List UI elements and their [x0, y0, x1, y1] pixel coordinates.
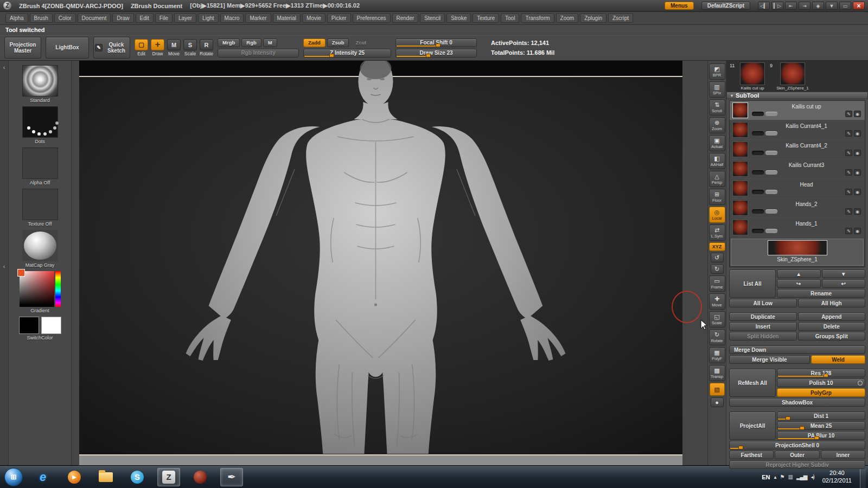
pa-blur-slider[interactable]: PA Blur 10 — [777, 431, 865, 440]
subtool-row[interactable]: Hands_2 ✎ ◉ — [730, 198, 865, 218]
polypaint-toggle[interactable] — [765, 131, 777, 136]
polypaint-toggle[interactable] — [765, 112, 777, 116]
sculpt-brush-icon[interactable]: ✎ — [845, 111, 852, 117]
subtool-header[interactable]: ▾ SubTool — [726, 92, 868, 99]
eye-icon[interactable]: ◉ — [854, 169, 861, 176]
subtool-row[interactable]: Kailis Currant4_2 ✎ ◉ — [730, 140, 865, 159]
alpha-selector[interactable]: Alpha Off — [22, 147, 58, 185]
menu-item[interactable]: Texture — [473, 14, 499, 23]
frame-button[interactable]: ▭ Frame — [709, 275, 725, 292]
flag-icon[interactable]: ⚑ — [780, 474, 784, 480]
zbrush-app[interactable]: Z — [157, 468, 180, 486]
scale-view-button[interactable]: ◱ Scale — [709, 311, 725, 328]
draw-size-slider[interactable]: Draw Size 23 — [395, 49, 477, 57]
move-button[interactable]: M Move — [167, 39, 181, 56]
subtool-row[interactable]: Hands_1 ✎ ◉ — [730, 218, 865, 237]
menu-item[interactable]: Zplugin — [580, 14, 607, 23]
lightbox-button[interactable]: LightBox — [46, 37, 89, 59]
zsub-button[interactable]: Zsub — [327, 38, 349, 47]
brush-selector[interactable]: Standard — [22, 65, 58, 103]
spix-button[interactable]: ▥ SPix — [709, 81, 725, 98]
weld-button[interactable]: Weld — [811, 355, 865, 364]
polish-slider[interactable]: Polish 10 — [777, 378, 865, 387]
menu-item[interactable]: Layer — [174, 14, 196, 23]
tray-collapse-arrow-icon[interactable]: ‹ — [3, 263, 5, 269]
maximize-icon[interactable]: ▭ — [839, 2, 851, 10]
polish-mode-toggle[interactable] — [858, 381, 863, 386]
rgb-button[interactable]: Rgb — [241, 38, 261, 47]
minimize-icon[interactable]: ▼ — [826, 2, 838, 10]
tool-thumbnail[interactable]: 9 Skin_ZSphere_1 — [775, 62, 810, 91]
polypaint-toggle[interactable] — [765, 190, 777, 194]
list-all-button[interactable]: List All — [729, 269, 776, 298]
projectall-button[interactable]: ProjectAll — [729, 412, 776, 440]
merge-visible-button[interactable]: Merge Visible — [729, 355, 810, 364]
ghost-button[interactable]: ▧ — [710, 383, 725, 396]
menu-item[interactable]: Edit — [136, 14, 154, 23]
sculpt-brush-icon[interactable]: ✎ — [845, 150, 852, 156]
lsym-button[interactable]: ⇄ L.Sym — [709, 224, 725, 241]
skype[interactable]: S — [126, 468, 149, 486]
eye-icon[interactable]: ◉ — [854, 150, 861, 156]
switch-color-button[interactable]: SwitchColor — [19, 317, 61, 341]
sculpt-brush-icon[interactable]: ✎ — [845, 228, 852, 234]
tool-thumbnail[interactable]: 11 Kailis cut up — [735, 62, 770, 91]
inner-button[interactable]: Inner — [821, 451, 865, 459]
edit-button[interactable]: ▢ Edit — [135, 39, 148, 56]
default-zscript-button[interactable]: DefaultZScript — [701, 2, 750, 10]
visibility-toggle[interactable] — [752, 190, 764, 194]
language-indicator[interactable]: EN — [762, 474, 770, 480]
menu-item[interactable]: Light — [198, 14, 219, 23]
rotate-view-button[interactable]: ↻ Rotate — [709, 329, 725, 345]
polypaint-toggle[interactable] — [765, 209, 777, 214]
eye-icon[interactable]: ◉ — [854, 208, 861, 215]
rotate-button[interactable]: R Rotate — [200, 39, 213, 56]
material-selector[interactable]: MatCap Gray — [22, 230, 58, 268]
menu-item[interactable]: Zoom — [556, 14, 579, 23]
color-picker[interactable]: Gradient — [20, 271, 61, 313]
tray-scroll-left-icon[interactable]: ◁▎ — [758, 2, 770, 10]
subtool-move-forward-button[interactable]: ↪ — [777, 279, 821, 288]
rotate-ccw-button[interactable]: ↺ — [711, 253, 724, 262]
farthest-button[interactable]: Farthest — [729, 451, 774, 459]
rgb-intensity-slider[interactable]: Rgb Intensity — [218, 49, 299, 57]
visibility-toggle[interactable] — [752, 131, 764, 136]
visibility-toggle[interactable] — [752, 151, 764, 155]
mean-slider[interactable]: Mean 25 — [777, 421, 865, 430]
quick-sketch-button[interactable]: ✎ Quick Sketch — [93, 37, 130, 59]
texture-selector[interactable]: Texture Off — [22, 189, 58, 227]
eye-icon[interactable]: ◉ — [854, 111, 861, 117]
scale-button[interactable]: S Scale — [183, 39, 197, 56]
clock[interactable]: 20:40 02/12/2011 — [822, 470, 852, 485]
menu-item[interactable]: Draw — [112, 14, 133, 23]
floor-button[interactable]: ⊞ Floor — [709, 189, 725, 205]
outer-button[interactable]: Outer — [775, 451, 819, 459]
subtool-up-button[interactable]: ▲ — [777, 269, 821, 278]
actual-button[interactable]: ▣ Actual — [709, 135, 725, 151]
stroke-selector[interactable]: Dots — [22, 106, 58, 144]
subtool-move-back-button[interactable]: ↩ — [822, 279, 866, 288]
zbrush-document[interactable] — [79, 61, 682, 465]
delete-button[interactable]: Delete — [798, 322, 866, 331]
eye-icon[interactable]: ◉ — [854, 130, 861, 137]
groups-split-button[interactable]: Groups Split — [798, 332, 866, 341]
menu-item[interactable]: Transform — [521, 14, 554, 23]
reproject-button[interactable]: Reproject Higher Subdiv — [729, 460, 865, 469]
polypaint-toggle[interactable] — [765, 151, 777, 155]
bpr-button[interactable]: ◩ BPR — [709, 63, 725, 80]
network-icon[interactable]: ▂▄▆ — [796, 474, 807, 480]
subtool-row[interactable]: Skin_ZSphere_1 ✎ ◉ — [731, 239, 864, 266]
split-hidden-button[interactable]: Split Hidden — [729, 332, 797, 341]
focal-shift-slider[interactable]: Focal Shift 0 — [395, 38, 477, 47]
rename-button[interactable]: Rename — [777, 289, 865, 298]
subtool-down-button[interactable]: ▼ — [822, 269, 866, 278]
polypaint-toggle[interactable] — [765, 170, 777, 175]
sculpt-brush-icon[interactable]: ✎ — [845, 130, 852, 137]
visibility-toggle[interactable] — [752, 170, 764, 175]
hidden-icons-arrow[interactable]: ▴ — [774, 474, 776, 480]
sculpt-brush-icon[interactable]: ✎ — [845, 169, 852, 176]
start-button[interactable]: ⊞ — [4, 468, 23, 486]
close-icon[interactable]: × — [853, 2, 865, 10]
menu-item[interactable]: Document — [78, 14, 111, 23]
polyf-button[interactable]: ▦ PolyF — [709, 347, 725, 363]
